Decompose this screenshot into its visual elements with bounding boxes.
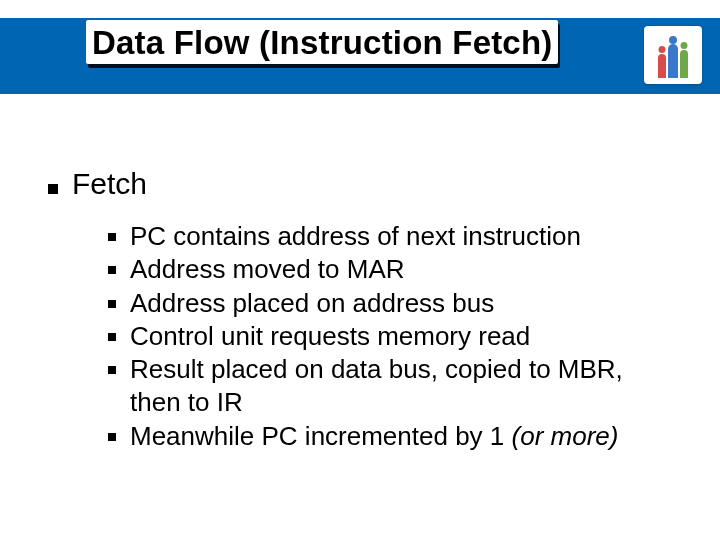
list-item-text: Meanwhile PC incremented by 1 (or more) — [130, 420, 672, 453]
list-item-text: Result placed on data bus, copied to MBR… — [130, 353, 672, 420]
square-bullet-icon — [108, 233, 116, 241]
list-item: Control unit requests memory read — [108, 320, 672, 353]
slide-content: Fetch PC contains address of next instru… — [0, 96, 720, 453]
square-bullet-icon — [108, 333, 116, 341]
logo — [644, 26, 702, 84]
section-heading: Fetch — [72, 166, 147, 202]
title-bar: Data Flow (Instruction Fetch) — [0, 0, 720, 96]
list-item: PC contains address of next instruction — [108, 220, 672, 253]
list-item-text: Address moved to MAR — [130, 253, 672, 286]
bullet-list: PC contains address of next instruction … — [48, 220, 672, 453]
square-bullet-icon — [108, 366, 116, 374]
section-heading-row: Fetch — [48, 166, 672, 202]
list-item: Result placed on data bus, copied to MBR… — [108, 353, 672, 420]
square-bullet-icon — [108, 433, 116, 441]
list-item-text: PC contains address of next instruction — [130, 220, 672, 253]
square-bullet-icon — [108, 300, 116, 308]
slide-title: Data Flow (Instruction Fetch) — [92, 24, 552, 61]
list-item-text: Address placed on address bus — [130, 287, 672, 320]
list-item: Address moved to MAR — [108, 253, 672, 286]
list-item: Meanwhile PC incremented by 1 (or more) — [108, 420, 672, 453]
logo-bars-icon — [658, 44, 688, 78]
title-plate: Data Flow (Instruction Fetch) — [86, 20, 558, 64]
square-bullet-icon — [108, 266, 116, 274]
list-item-text: Control unit requests memory read — [130, 320, 672, 353]
square-bullet-icon — [48, 184, 58, 194]
list-item: Address placed on address bus — [108, 287, 672, 320]
